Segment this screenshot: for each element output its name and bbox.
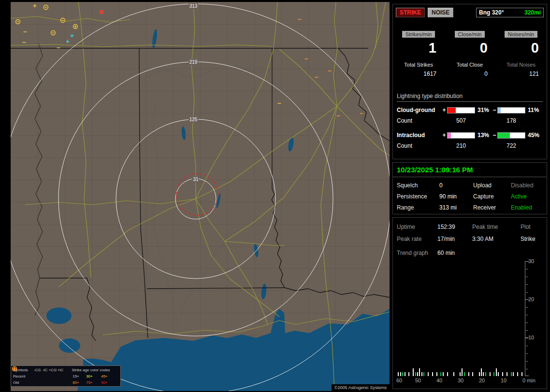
age-code-45: 45+ — [96, 373, 113, 379]
ring-label-125: 125 — [189, 117, 198, 122]
age-code-90: 90+ — [96, 379, 113, 385]
map-legend: Symbols -CG -IC +CG +IC Strike age color… — [11, 365, 121, 387]
minus-sign: − — [492, 132, 497, 139]
persistence-value: 90 min — [439, 193, 473, 200]
legend-old-neg-ic-icon — [41, 379, 49, 385]
receiver-label: Receiver — [473, 204, 511, 211]
trend-y-axis — [525, 261, 525, 376]
strikes-per-min-chip: Strikes/min — [402, 31, 435, 38]
count-label: Count — [397, 117, 441, 124]
legend-age-header: Strike age color codes — [69, 367, 113, 373]
trend-xtick-60: 60 — [396, 378, 402, 383]
trend-ytick-30: 30 — [528, 258, 534, 264]
ring-label-313: 313 — [189, 3, 198, 9]
trend-ytick-20: 20 — [528, 296, 534, 302]
legend-recent-neg-ic-icon — [41, 373, 49, 379]
trend-graph-label: Trend graph — [397, 250, 437, 256]
trend-ytick-10: 10 — [528, 335, 534, 340]
plus-sign: + — [441, 107, 447, 113]
legend-col-pos-cg: +CG — [49, 367, 57, 373]
trend-xtick-10: 10 — [501, 378, 507, 383]
legend-recent-neg-cg-icon — [33, 373, 41, 379]
legend-old-pos-cg-icon — [49, 379, 57, 385]
plot-value: Strike — [521, 236, 543, 242]
strike-mode-button[interactable]: STRIKE — [396, 8, 425, 17]
total-close-label: Total Close — [444, 62, 495, 68]
noises-per-min-chip: Noises/min — [505, 31, 537, 38]
legend-col-pos-ic: +IC — [57, 367, 64, 373]
trend-xtick-0: 0 min — [522, 378, 536, 383]
total-noises-value: 121 — [495, 70, 547, 77]
strikes-per-min-value: 1 — [393, 41, 444, 55]
trend-xtick-30: 30 — [458, 378, 463, 383]
bearing-display[interactable]: Bng 320° 320mi — [476, 8, 544, 17]
age-code-75: 75+ — [83, 379, 96, 385]
legend-row-recent: Recent — [13, 373, 33, 379]
distribution-title: Lightning type distribution — [397, 93, 543, 102]
map-canvas: 313 219 125 31 — [11, 2, 390, 391]
capture-label: Capture — [473, 193, 511, 200]
legend-col-neg-ic: -IC — [41, 367, 49, 373]
bearing-distance: 320mi — [524, 9, 541, 16]
range-value: 313 mi — [439, 204, 473, 211]
peak-time-label: Peak time — [472, 224, 521, 230]
count-label: Count — [397, 142, 441, 149]
capture-status: Active — [511, 193, 543, 200]
intracloud-count-row: Count 210 722 — [397, 142, 543, 149]
uptime-value: 152:39 — [437, 224, 472, 230]
range-label: Range — [397, 204, 439, 211]
legend-recent-pos-ic-icon — [57, 373, 64, 379]
copyright-notice: ©2005 Astrogenic Systems — [332, 384, 390, 391]
legend-col-neg-cg: -CG — [33, 367, 41, 373]
noise-mode-button[interactable]: NOISE — [428, 8, 453, 17]
age-code-15: 15+ — [69, 373, 83, 379]
strike-counters-panel: STRIKE NOISE Bng 320° 320mi Strikes/min … — [392, 4, 547, 159]
minus-sign: − — [492, 107, 497, 113]
age-code-60: 60+ — [69, 379, 83, 385]
age-code-30: 30+ — [83, 373, 96, 379]
peak-rate-value: 17/min — [437, 236, 472, 242]
plot-label: Plot — [521, 224, 543, 230]
cloud-ground-label: Cloud-ground — [397, 107, 441, 113]
peak-rate-label: Peak rate — [397, 236, 437, 242]
status-panel: 10/23/2025 1:09:16 PM Squelch 0 Upload D… — [392, 162, 547, 214]
plus-sign: + — [441, 132, 447, 139]
cg-positive-count: 507 — [447, 117, 475, 124]
legend-old-pos-ic-icon — [57, 379, 64, 385]
datetime-display: 10/23/2025 1:09:16 PM — [393, 163, 547, 177]
receiver-status: Enabled — [511, 204, 543, 211]
upload-label: Upload — [473, 182, 511, 189]
lightning-map[interactable]: 313 219 125 31 Symbols -CG -IC +CG +IC S… — [11, 2, 390, 391]
cg-positive-pct: 31% — [475, 107, 492, 113]
total-close-value: 0 — [444, 70, 495, 77]
peak-time-value: 3:30 AM — [472, 236, 521, 242]
trend-graph-window: 60 min — [437, 250, 472, 256]
intracloud-label: Intracloud — [397, 132, 441, 139]
cg-negative-bar — [497, 107, 525, 113]
squelch-value: 0 — [439, 182, 473, 189]
ic-positive-count: 210 — [447, 142, 475, 149]
trend-xtick-50: 50 — [415, 378, 421, 383]
ic-negative-count: 722 — [497, 142, 525, 149]
close-per-min-value: 0 — [444, 41, 495, 55]
cloud-ground-count-row: Count 507 178 — [397, 117, 543, 124]
ring-label-31: 31 — [193, 177, 199, 182]
total-noises-label: Total Noises — [495, 62, 547, 68]
persistence-label: Persistence — [397, 193, 439, 200]
trend-y-minor-ticks — [526, 261, 528, 376]
trend-x-axis-labels: 60 50 40 30 20 10 0 min — [396, 378, 541, 384]
noises-per-min-value: 0 — [495, 41, 547, 55]
squelch-label: Squelch — [397, 182, 439, 189]
legend-row-old: Old — [13, 379, 33, 385]
bearing-label: Bng 320° — [479, 9, 504, 16]
trend-panel: Uptime 152:39 Peak time Plot Peak rate 1… — [392, 217, 547, 389]
close-per-min-chip: Close/min — [455, 31, 485, 38]
uptime-label: Uptime — [397, 224, 437, 230]
total-strikes-label: Total Strikes — [393, 62, 444, 68]
upload-status: Disabled — [511, 182, 543, 189]
intracloud-row: Intracloud + 13% − 45% — [397, 132, 543, 139]
cg-negative-pct: 11% — [525, 107, 543, 113]
ic-positive-pct: 13% — [475, 132, 492, 139]
legend-recent-pos-cg-icon — [49, 373, 57, 379]
trend-xtick-40: 40 — [436, 378, 442, 383]
